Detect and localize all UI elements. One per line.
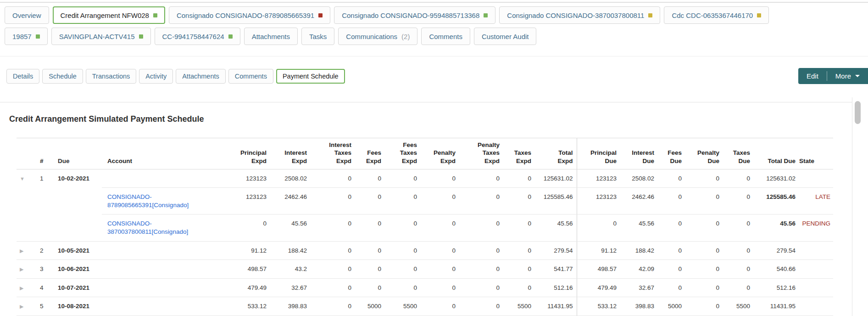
detail-tab-bar: DetailsScheduleTransactionsActivityAttac… <box>6 69 345 84</box>
payment-schedule-table: #DueAccountPrincipal ExpdInterest ExpdIn… <box>17 138 833 316</box>
expand-arrow-icon[interactable]: ▶ <box>17 260 31 279</box>
value-cell: 91.12 <box>577 241 620 260</box>
value-cell: 0 <box>723 188 754 214</box>
tab-cdc-cdc-0635367446170[interactable]: Cdc CDC-0635367446170 <box>664 6 769 24</box>
account-cell <box>102 241 227 260</box>
value-cell: 0 <box>385 169 421 188</box>
subtab-divider <box>0 56 868 56</box>
value-cell: 279.54 <box>535 241 577 260</box>
tab-comments[interactable]: Comments <box>421 28 470 45</box>
value-cell: 0 <box>658 260 685 279</box>
tab-label: Customer Audit <box>482 33 529 40</box>
tab-consignado-consignado-3870037800811[interactable]: Consignado CONSIGNADO-3870037800811 <box>499 6 660 24</box>
expand-arrow-icon[interactable]: ▶ <box>17 241 31 260</box>
value-cell: 279.54 <box>754 241 799 260</box>
subtab-comments[interactable]: Comments <box>228 69 273 84</box>
value-cell: 0 <box>723 241 754 260</box>
value-cell: 0 <box>311 188 355 214</box>
value-cell: 512.16 <box>535 278 577 297</box>
tab-label: Attachments <box>252 33 290 40</box>
value-cell: 0 <box>459 214 503 241</box>
chevron-down-icon <box>855 75 860 77</box>
subtab-details[interactable]: Details <box>6 69 39 84</box>
action-button-group: Edit More <box>798 68 868 84</box>
value-cell: 0 <box>385 278 421 297</box>
column-header: Principal Due <box>577 138 620 169</box>
table-row[interactable]: ▶310-06-2021498.5743.2000000541.77498.57… <box>17 260 833 279</box>
due-date: 10-08-2021 <box>57 297 102 316</box>
value-cell: 5500 <box>385 297 421 316</box>
column-header: Total Due <box>754 138 799 169</box>
row-number: 3 <box>31 260 57 279</box>
tab-savingplan-actv415[interactable]: SAVINGPLAN-ACTV415 <box>51 28 151 45</box>
more-button[interactable]: More <box>827 68 868 84</box>
tab-communications[interactable]: Communications(2) <box>338 28 417 45</box>
value-cell: 0 <box>658 241 685 260</box>
table-row[interactable]: ▶410-07-2021479.4932.67000000512.16479.4… <box>17 278 833 297</box>
tab-consignado-consignado-8789085665391[interactable]: Consignado CONSIGNADO-8789085665391 <box>169 6 330 24</box>
table-row[interactable]: ▶210-05-202191.12188.42000000279.5491.12… <box>17 241 833 260</box>
account-link[interactable]: CONSIGNADO- 8789085665391[Consignado] <box>107 193 189 209</box>
value-cell: 123123 <box>577 188 620 214</box>
tab-19857[interactable]: 19857 <box>5 28 48 45</box>
tab-attachments[interactable]: Attachments <box>244 28 298 45</box>
account-cell: CONSIGNADO- 8789085665391[Consignado] <box>102 188 227 214</box>
table-row[interactable]: ▼110-02-20211231232508.02000000125631.02… <box>17 169 833 188</box>
value-cell: 0 <box>723 169 754 188</box>
scrollbar-thumb[interactable] <box>855 101 861 124</box>
tab-tasks[interactable]: Tasks <box>301 28 334 45</box>
subtab-payment-schedule[interactable]: Payment Schedule <box>276 69 345 84</box>
table-row[interactable]: ▶510-08-2021533.12398.830500055000055001… <box>17 297 833 316</box>
state-label <box>799 241 833 260</box>
expand-arrow-icon[interactable]: ▶ <box>17 278 31 297</box>
value-cell: 479.49 <box>227 278 270 297</box>
value-cell: 11431.95 <box>535 297 577 316</box>
subtab-transactions[interactable]: Transactions <box>86 69 136 84</box>
value-cell: 2508.02 <box>620 169 658 188</box>
subtab-activity[interactable]: Activity <box>139 69 173 84</box>
tab-consignado-consignado-9594885713368[interactable]: Consignado CONSIGNADO-9594885713368 <box>334 6 495 24</box>
value-cell: 0 <box>503 241 535 260</box>
value-cell: 0 <box>459 297 503 316</box>
due-date: 10-07-2021 <box>57 278 102 297</box>
table-subrow[interactable]: CONSIGNADO- 3870037800811[Consignado]045… <box>17 214 833 241</box>
tab-label: Comments <box>429 33 462 40</box>
value-cell: 45.56 <box>620 214 658 241</box>
value-cell: 123123 <box>227 169 270 188</box>
value-cell: 2462.46 <box>620 188 658 214</box>
edit-button[interactable]: Edit <box>798 68 827 84</box>
column-header: Taxes Due <box>723 138 754 169</box>
tab-overview[interactable]: Overview <box>5 6 49 24</box>
account-cell: CONSIGNADO- 3870037800811[Consignado] <box>102 214 227 241</box>
value-cell: 0 <box>421 241 459 260</box>
expander-column-header <box>17 138 31 169</box>
value-cell: 0 <box>311 297 355 316</box>
value-cell: 0 <box>311 278 355 297</box>
value-cell: 0 <box>685 297 723 316</box>
value-cell: 42.09 <box>620 260 658 279</box>
tab-credit-arrangement-nfw028[interactable]: Credit Arrangement NFW028 <box>53 6 165 24</box>
value-cell: 0 <box>658 169 685 188</box>
tab-customer-audit[interactable]: Customer Audit <box>474 28 537 45</box>
vertical-scrollbar[interactable] <box>852 97 868 316</box>
expand-arrow-icon[interactable]: ▼ <box>17 169 31 241</box>
value-cell: 0 <box>385 188 421 214</box>
table-subrow[interactable]: CONSIGNADO- 8789085665391[Consignado]123… <box>17 188 833 214</box>
value-cell: 2462.46 <box>270 188 311 214</box>
value-cell: 125631.02 <box>535 169 577 188</box>
expand-arrow-icon[interactable]: ▶ <box>17 297 31 316</box>
column-header: Fees Due <box>658 138 685 169</box>
value-cell: 0 <box>355 214 385 241</box>
value-cell: 0 <box>355 188 385 214</box>
value-cell: 125585.46 <box>754 188 799 214</box>
account-link[interactable]: CONSIGNADO- 3870037800811[Consignado] <box>107 220 188 235</box>
value-cell: 541.77 <box>535 260 577 279</box>
value-cell: 32.67 <box>620 278 658 297</box>
state-label: LATE <box>799 188 833 214</box>
tab-cc-9941758447624[interactable]: CC-9941758447624 <box>155 28 240 45</box>
account-cell <box>102 260 227 279</box>
tab-label: Consignado CONSIGNADO-8789085665391 <box>177 11 314 19</box>
subtab-attachments[interactable]: Attachments <box>176 69 226 84</box>
value-cell: 0 <box>685 241 723 260</box>
subtab-schedule[interactable]: Schedule <box>42 69 83 84</box>
